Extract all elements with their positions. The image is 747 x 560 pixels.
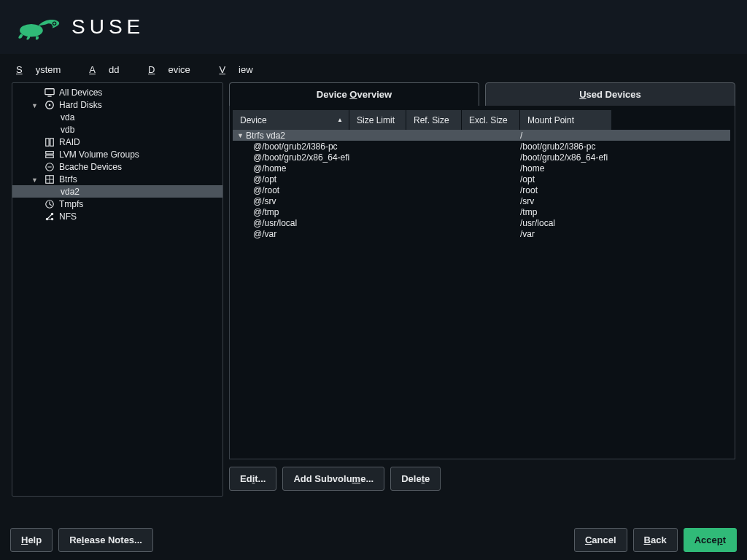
- tree-nfs[interactable]: NFS: [12, 210, 222, 222]
- cell-device: @/root: [253, 185, 279, 195]
- tree-vda2[interactable]: vda2: [12, 185, 222, 198]
- tree-label: All Devices: [59, 88, 102, 98]
- table-row[interactable]: @/usr/local/usr/local: [233, 217, 730, 228]
- table-actions: Edit... Add Subvolume... Delete: [229, 459, 735, 491]
- device-table: Device▲ Size Limit Ref. Size Excl. Size …: [229, 106, 735, 459]
- tree-label: LVM Volume Groups: [59, 149, 139, 160]
- delete-button[interactable]: Delete: [390, 467, 441, 491]
- tree-vdb[interactable]: vdb: [12, 123, 222, 136]
- cell-mount: /home: [520, 163, 730, 174]
- suse-gecko-icon: [16, 13, 63, 41]
- table-row[interactable]: @/home/home: [233, 163, 730, 174]
- th-size-limit[interactable]: Size Limit: [349, 110, 406, 130]
- tree-label: NFS: [59, 211, 77, 222]
- cancel-button[interactable]: Cancel: [574, 528, 627, 552]
- table-row[interactable]: @/boot/grub2/i386-pc/boot/grub2/i386-pc: [233, 141, 730, 152]
- th-ref-size[interactable]: Ref. Size: [406, 110, 462, 130]
- tmpfs-icon: [44, 199, 55, 209]
- svg-rect-4: [45, 88, 54, 94]
- svg-point-3: [53, 23, 55, 25]
- release-notes-button[interactable]: Release Notes...: [58, 528, 153, 552]
- chevron-down-icon[interactable]: ▼: [31, 176, 38, 184]
- monitor-icon: [44, 88, 55, 98]
- accept-button[interactable]: Accept: [684, 528, 737, 552]
- tree-label: vda2: [61, 187, 80, 197]
- th-device[interactable]: Device▲: [233, 110, 349, 130]
- tabs: Device Overview Used Devices: [229, 82, 735, 106]
- cell-device: @/boot/grub2/x86_64-efi: [253, 152, 349, 163]
- back-button[interactable]: Back: [633, 528, 678, 552]
- table-row[interactable]: @/var/var: [233, 228, 730, 239]
- tree-lvm[interactable]: LVM Volume Groups: [12, 148, 222, 160]
- svg-point-0: [20, 24, 43, 36]
- tree-all-devices[interactable]: All Devices: [12, 86, 222, 98]
- table-header: Device▲ Size Limit Ref. Size Excl. Size …: [233, 110, 730, 130]
- cell-mount: /tmp: [520, 207, 730, 217]
- cell-device: @/home: [253, 163, 287, 174]
- cell-mount: /root: [520, 185, 730, 195]
- svg-rect-5: [47, 96, 51, 96]
- tree-bcache[interactable]: Bcache Devices: [12, 160, 222, 173]
- raid-icon: [44, 137, 55, 147]
- tree-label: Bcache Devices: [59, 162, 122, 172]
- lvm-icon: [44, 149, 55, 160]
- cell-mount: /srv: [520, 196, 730, 206]
- svg-rect-11: [46, 155, 54, 158]
- sort-asc-icon: ▲: [337, 117, 343, 123]
- tree-label: Tmpfs: [59, 199, 83, 209]
- tree-tmpfs[interactable]: Tmpfs: [12, 198, 222, 210]
- cell-mount: /boot/grub2/x86_64-efi: [520, 152, 730, 163]
- tree-label: Hard Disks: [59, 100, 102, 110]
- bcache-icon: [44, 162, 55, 172]
- cell-device: @/opt: [253, 174, 276, 184]
- menu-add[interactable]: Add: [89, 64, 132, 75]
- cell-mount: /usr/local: [520, 218, 730, 228]
- cell-mount: /boot/grub2/i386-pc: [520, 141, 730, 152]
- svg-rect-9: [50, 138, 53, 146]
- footer: Help Release Notes... Cancel Back Accept: [0, 519, 747, 560]
- th-excl-size[interactable]: Excl. Size: [462, 110, 520, 130]
- chevron-down-icon[interactable]: ▼: [237, 132, 244, 139]
- tree-hard-disks[interactable]: ▼ Hard Disks: [12, 98, 222, 111]
- table-row[interactable]: @/root/root: [233, 184, 730, 195]
- tree-btrfs[interactable]: ▼ Btrfs: [12, 173, 222, 185]
- cell-mount: /var: [520, 229, 730, 239]
- svg-rect-10: [46, 151, 54, 154]
- th-mount-point[interactable]: Mount Point: [520, 110, 612, 130]
- add-subvolume-button[interactable]: Add Subvolume...: [282, 467, 384, 491]
- nfs-icon: [44, 211, 55, 222]
- disk-icon: [44, 100, 55, 110]
- tree-label: RAID: [59, 137, 80, 147]
- tree-raid[interactable]: RAID: [12, 136, 222, 148]
- chevron-down-icon[interactable]: ▼: [31, 102, 38, 109]
- cell-device: @/srv: [253, 196, 276, 206]
- cell-device: @/boot/grub2/i386-pc: [253, 141, 338, 152]
- menu-device[interactable]: Device: [148, 64, 204, 75]
- svg-point-7: [49, 104, 51, 106]
- table-row[interactable]: @/srv/srv: [233, 195, 730, 206]
- cell-device: @/var: [253, 229, 276, 239]
- tree-vda[interactable]: vda: [12, 111, 222, 123]
- device-tree[interactable]: All Devices ▼ Hard Disks vda vdb RAID LV…: [12, 82, 223, 497]
- tab-device-overview[interactable]: Device Overview: [229, 82, 479, 106]
- menubar: System Add Device View: [0, 54, 747, 82]
- edit-button[interactable]: Edit...: [229, 467, 276, 491]
- table-row[interactable]: ▼Btrfs vda2/: [233, 130, 730, 141]
- cell-mount: /opt: [520, 174, 730, 184]
- menu-system[interactable]: System: [16, 64, 74, 75]
- tree-label: vda: [61, 112, 74, 122]
- tab-used-devices[interactable]: Used Devices: [485, 82, 735, 106]
- table-row[interactable]: @/opt/opt: [233, 174, 730, 184]
- cell-device: @/usr/local: [253, 218, 297, 228]
- brand-name: SUSE: [71, 15, 144, 39]
- tree-label: vdb: [61, 125, 74, 135]
- cell-device: @/tmp: [253, 207, 279, 217]
- cell-device: Btrfs vda2: [246, 131, 285, 141]
- table-row[interactable]: @/tmp/tmp: [233, 206, 730, 217]
- cell-mount: /: [520, 131, 730, 141]
- tree-label: Btrfs: [59, 174, 77, 184]
- table-row[interactable]: @/boot/grub2/x86_64-efi/boot/grub2/x86_6…: [233, 152, 730, 163]
- menu-view[interactable]: View: [219, 64, 266, 75]
- svg-rect-8: [46, 138, 49, 146]
- help-button[interactable]: Help: [10, 528, 53, 552]
